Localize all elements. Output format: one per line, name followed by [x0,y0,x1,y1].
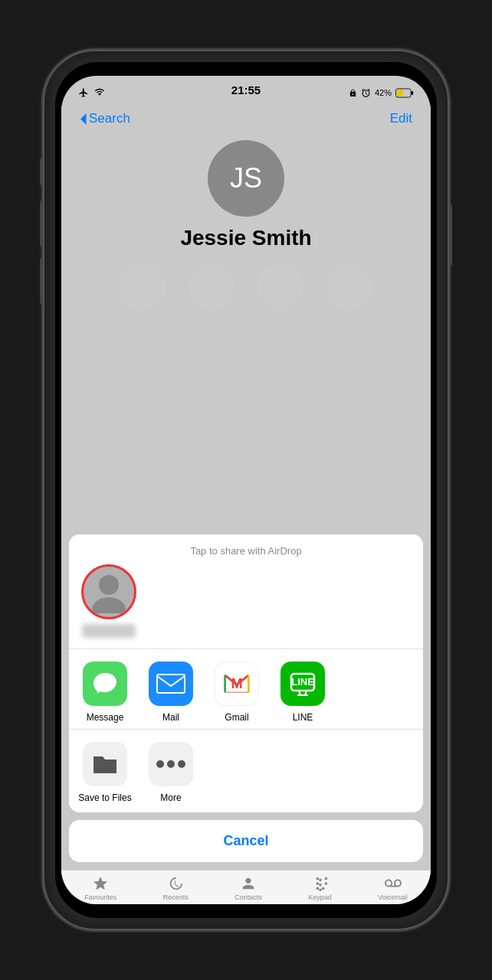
app-label-message: Message [87,712,124,723]
voicemail-icon [385,875,402,892]
tab-bar: Favourites Recents Contacts Keypad Voice… [61,870,431,904]
app-item-message[interactable]: Message [78,662,132,723]
app-label-mail: Mail [162,712,179,723]
status-left [78,87,106,98]
apps-row: Message [78,662,414,723]
line-app-icon: LINE [280,662,325,706]
gmail-app-icon: M [215,662,259,706]
battery-icon [395,88,414,98]
battery-text: 42% [375,88,392,97]
folder-icon [91,752,119,776]
save-files-icon-bg [83,742,127,786]
share-sheet: Tap to share with AirDrop [69,534,423,812]
svg-point-4 [92,597,126,613]
lock-icon [349,88,357,98]
share-sheet-overlay: Tap to share with AirDrop [61,534,431,870]
star-icon [92,875,109,892]
svg-rect-5 [157,675,185,693]
status-time: 21:55 [231,83,261,96]
svg-point-11 [167,760,175,768]
tab-voicemail[interactable]: Voicemail [378,875,408,901]
more-icon-bg [149,742,193,786]
contacts-icon [240,875,257,892]
svg-rect-1 [397,90,403,96]
chevron-left-icon [80,113,87,126]
phone-inner: 21:55 42% [55,62,437,918]
contact-view: Search Edit JS Jessie Smith [61,105,431,870]
tab-favourites[interactable]: Favourites [84,875,116,901]
status-bar: 21:55 42% [61,80,431,105]
tab-contacts-label: Contacts [235,893,262,901]
airdrop-section: Tap to share with AirDrop [69,534,423,649]
alarm-icon [361,88,371,98]
action-label-more: More [160,792,181,803]
message-app-icon [83,662,127,706]
airplane-icon [78,87,89,98]
clock-icon [167,875,184,892]
action-item-save-files[interactable]: Save to Files [78,742,132,803]
person-avatar[interactable] [81,564,136,619]
more-dots-icon [156,760,186,769]
app-label-line: LINE [293,712,313,723]
app-item-line[interactable]: LINE LINE [276,662,330,723]
cancel-button[interactable]: Cancel [69,820,423,862]
side-button-power [449,204,452,266]
phone-notch [200,62,292,70]
svg-text:M: M [231,676,242,691]
tab-keypad[interactable]: Keypad [308,875,332,901]
side-button-vol-up [40,201,43,247]
apps-section: Message [69,649,423,730]
tab-recents[interactable]: Recents [163,875,189,901]
tab-favourites-label: Favourites [84,893,116,901]
svg-text:LINE: LINE [291,676,314,688]
airdrop-person[interactable] [78,564,139,638]
actions-section: Save to Files [69,730,423,812]
message-bubble-icon [92,671,118,696]
app-item-mail[interactable]: Mail [144,662,198,723]
mail-envelope-icon [156,674,185,694]
contact-avatar: JS [208,140,284,217]
contact-initials: JS [230,162,262,194]
action-item-more[interactable]: More [144,742,198,803]
mail-app-icon [149,662,193,706]
contact-name: Jessie Smith [180,226,311,250]
wifi-icon [93,87,106,98]
action-btn-2 [189,264,235,310]
person-silhouette-icon [90,571,128,613]
screen: 21:55 42% [61,76,431,904]
airdrop-label: Tap to share with AirDrop [78,545,414,557]
line-logo-icon: LINE [288,669,317,698]
phone-frame: 21:55 42% [43,50,449,930]
side-button-vol-down [40,258,43,304]
app-item-gmail[interactable]: M Gmail [210,662,264,723]
tab-contacts[interactable]: Contacts [235,875,262,901]
app-label-gmail: Gmail [225,712,248,723]
back-label: Search [89,111,130,126]
tab-recents-label: Recents [163,893,189,901]
svg-point-10 [156,760,164,768]
status-right: 42% [349,88,414,98]
gmail-m-icon: M [222,673,251,694]
action-btn-1 [120,264,166,310]
svg-point-3 [99,575,119,595]
nav-bar: Search Edit [77,105,415,132]
action-label-save-files: Save to Files [78,792,131,803]
keypad-icon [312,875,329,892]
tab-keypad-label: Keypad [308,893,332,901]
edit-button[interactable]: Edit [390,111,412,126]
person-name-blurred [82,624,136,638]
contact-actions [120,264,372,310]
back-button[interactable]: Search [80,111,130,126]
action-btn-3 [257,264,303,310]
action-btn-4 [326,264,372,310]
tab-voicemail-label: Voicemail [378,893,408,901]
side-button-silent [40,158,43,185]
actions-row: Save to Files [78,742,414,803]
svg-point-12 [178,760,185,768]
svg-rect-2 [412,90,414,94]
person-avatar-inner [84,567,134,617]
